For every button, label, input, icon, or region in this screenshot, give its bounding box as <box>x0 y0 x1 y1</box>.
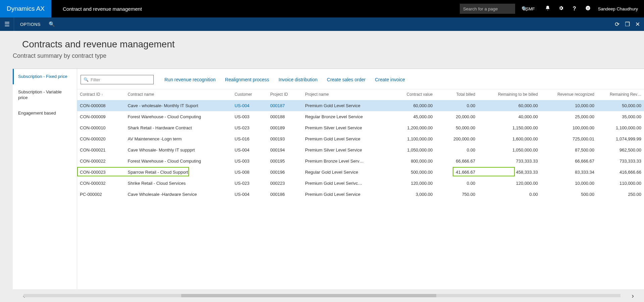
contracts-grid[interactable]: Contract ID↑Contract nameCustomerProject… <box>77 89 644 200</box>
run-revenue-recognition-button[interactable]: Run revenue recognition <box>164 77 216 82</box>
filter-input[interactable] <box>91 77 151 82</box>
cell-remrev: 962,500.00 <box>597 144 644 156</box>
cell-id: CON-000008 <box>77 100 125 111</box>
main-panel: 🔍 Run revenue recognition Realignment pr… <box>77 69 644 289</box>
cell-remrev: 416,666.66 <box>597 167 644 178</box>
refresh-icon[interactable]: ⟳ <box>615 21 620 28</box>
table-row[interactable]: CON-000032Shrike Retail - Cloud Services… <box>77 178 644 189</box>
column-header[interactable]: Remaining to be billed <box>478 89 541 100</box>
column-header[interactable]: Total billed <box>435 89 478 100</box>
sidebar-item-0[interactable]: Subscription - Fixed price <box>13 69 77 84</box>
cell-pname: Premium Gold Level Serivc… <box>302 178 386 189</box>
smiley-icon[interactable] <box>581 5 595 12</box>
gear-icon[interactable] <box>554 5 568 12</box>
table-row[interactable]: CON-000022Forest Warehouse - Cloud Compu… <box>77 156 644 167</box>
table-row[interactable]: CON-000009Forest Warehouse - Cloud Compu… <box>77 111 644 122</box>
column-header[interactable]: Remaining Rev… <box>597 89 644 100</box>
cell-billed: 0.00 <box>435 100 478 111</box>
filter-box[interactable]: 🔍 <box>81 75 154 84</box>
module-title: Contract and revenue management <box>63 6 142 12</box>
cell-remrev: 110,000.00 <box>597 178 644 189</box>
table-row[interactable]: PC-000002Cave Wholesale -Hardware Servic… <box>77 189 644 200</box>
popout-icon[interactable]: ❐ <box>625 21 630 28</box>
top-bar: Dynamics AX Contract and revenue managem… <box>0 0 644 17</box>
cell-pname: Regular Bronze Level Service <box>302 111 386 122</box>
brand-tile[interactable]: Dynamics AX <box>0 0 51 17</box>
cell-cust: US-003 <box>232 111 267 122</box>
cell-rev: 100,000.00 <box>541 122 597 133</box>
bell-icon[interactable] <box>541 5 554 12</box>
action-search-icon[interactable]: 🔍 <box>49 21 55 27</box>
sort-asc-icon: ↑ <box>101 93 103 96</box>
cell-rem: 40,000.00 <box>478 111 541 122</box>
filter-search-icon: 🔍 <box>84 77 89 82</box>
cell-val: 1,200,000.00 <box>386 122 436 133</box>
cell-proj: 000186 <box>267 189 302 200</box>
cell-proj: 000195 <box>267 156 302 167</box>
cell-val: 800,000.00 <box>386 156 436 167</box>
column-header[interactable]: Revenue recognized <box>541 89 597 100</box>
cell-name: Cave - wholesale- Monthly IT Suport <box>125 100 232 111</box>
svg-point-2 <box>588 7 589 8</box>
cell-id: PC-000002 <box>77 189 125 200</box>
cell-billed: 66,666.67 <box>435 156 478 167</box>
create-invoice-button[interactable]: Create invoice <box>375 77 405 82</box>
cell-cust: US-004 <box>232 189 267 200</box>
cell-pname: Regular Gold Level Service <box>302 167 386 178</box>
cell-remrev: 50,000.00 <box>597 100 644 111</box>
column-header[interactable]: Project name <box>302 89 386 100</box>
scroll-right-icon[interactable]: › <box>632 292 634 300</box>
table-row[interactable]: CON-000020AV Maintenence -Logn termUS-01… <box>77 133 644 144</box>
column-header[interactable]: Project ID <box>267 89 302 100</box>
cell-id: CON-000021 <box>77 144 125 156</box>
help-icon[interactable]: ? <box>568 6 581 12</box>
cell-name: Shrike Retail - Cloud Services <box>125 178 232 189</box>
cell-rev: 500.00 <box>541 189 597 200</box>
table-row[interactable]: CON-000023Sparrow Retail - Cloud Support… <box>77 167 644 178</box>
table-row[interactable]: CON-000010Shark Retail - Hardware Contra… <box>77 122 644 133</box>
cell-remrev: 35,000.00 <box>597 111 644 122</box>
create-sales-order-button[interactable]: Create sales order <box>327 77 365 82</box>
cell-cust: US-004 <box>232 144 267 156</box>
cell-cust: US-003 <box>232 156 267 167</box>
column-header[interactable]: Customer <box>232 89 267 100</box>
cell-rem: 60,000.00 <box>478 100 541 111</box>
cell-remrev: 250.00 <box>597 189 644 200</box>
sidebar-item-2[interactable]: Engagement based <box>13 105 77 121</box>
cell-id: CON-000022 <box>77 156 125 167</box>
cell-proj: 000194 <box>267 144 302 156</box>
search-input[interactable] <box>463 6 519 11</box>
cell-cust: US-023 <box>232 178 267 189</box>
column-header[interactable]: Contract name <box>125 89 232 100</box>
hamburger-icon[interactable]: ☰ <box>0 17 14 31</box>
table-row[interactable]: CON-000021Cave Whosale- Monthly IT suppp… <box>77 144 644 156</box>
close-icon[interactable]: ✕ <box>635 21 640 28</box>
cell-rem: 1,150,000.00 <box>478 122 541 133</box>
global-search[interactable]: 🔍 <box>460 4 515 14</box>
options-menu[interactable]: OPTIONS <box>14 22 47 27</box>
cell-name: AV Maintenence -Logn term <box>125 133 232 144</box>
cell-proj: 000189 <box>267 122 302 133</box>
sidebar-item-1[interactable]: Subscription - Variable price <box>13 84 77 105</box>
realignment-process-button[interactable]: Realignment process <box>225 77 269 82</box>
column-header[interactable]: Contract ID↑ <box>77 89 125 100</box>
cell-pname: Premium Bronze Level Serv… <box>302 156 386 167</box>
table-row[interactable]: CON-000008Cave - wholesale- Monthly IT S… <box>77 100 644 111</box>
column-header[interactable]: Contract value <box>386 89 436 100</box>
cell-pname: Premium Gold Level Service <box>302 133 386 144</box>
cell-proj[interactable]: 000187 <box>267 100 302 111</box>
cell-proj: 000188 <box>267 111 302 122</box>
cell-proj: 000196 <box>267 167 302 178</box>
cell-proj: 000193 <box>267 133 302 144</box>
cell-cust[interactable]: US-004 <box>232 100 267 111</box>
cell-rem: 0.00 <box>478 189 541 200</box>
user-name[interactable]: Sandeep Chaudhury <box>598 6 638 11</box>
company-code[interactable]: USMF <box>523 6 535 11</box>
cell-remrev: 733,333.33 <box>597 156 644 167</box>
cell-billed: 200,000.00 <box>435 133 478 144</box>
invoice-distribution-button[interactable]: Invoice distribution <box>279 77 317 82</box>
cell-rev: 25,000.00 <box>541 111 597 122</box>
scroll-thumb[interactable] <box>181 294 436 297</box>
cell-name: Forest Warehouse - Cloud Computing <box>125 156 232 167</box>
cell-name: Cave Wholesale -Hardware Service <box>125 189 232 200</box>
